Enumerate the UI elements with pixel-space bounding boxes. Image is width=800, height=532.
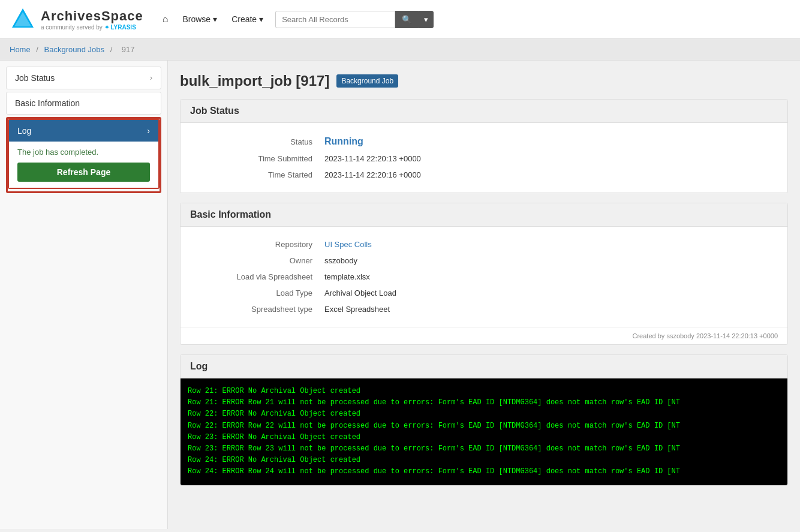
sidebar-basic-info-header[interactable]: Basic Information xyxy=(7,92,161,114)
sidebar-job-status-chevron: › xyxy=(150,74,152,82)
main-content: bulk_import_job [917] Background Job Job… xyxy=(168,61,800,529)
sidebar-basic-info-label: Basic Information xyxy=(15,98,80,108)
sidebar-job-status[interactable]: Job Status › xyxy=(6,67,161,89)
sidebar-basic-info[interactable]: Basic Information xyxy=(6,92,161,115)
logo-subtitle: a community served by ✦ LYRASIS xyxy=(41,24,143,31)
status-row: Status Running xyxy=(193,133,775,151)
header: ArchivesSpace a community served by ✦ LY… xyxy=(0,0,800,39)
search-button[interactable]: 🔍 xyxy=(395,11,419,28)
create-caret-icon: ▾ xyxy=(259,14,263,24)
load-via-label: Load via Spreadsheet xyxy=(193,272,324,281)
load-type-value: Archival Object Load xyxy=(324,288,396,297)
search-icon: 🔍 xyxy=(402,15,412,24)
logo-title: ArchivesSpace xyxy=(41,8,143,24)
create-label: Create xyxy=(231,14,257,24)
status-label: Status xyxy=(193,137,324,146)
spreadsheet-type-value: Excel Spreadsheet xyxy=(324,305,390,314)
search-dropdown-button[interactable]: ▾ xyxy=(419,11,434,28)
load-via-row: Load via Spreadsheet template.xlsx xyxy=(193,269,775,285)
log-section: Log Row 21: ERROR No Archival Object cre… xyxy=(180,354,788,486)
page-title: bulk_import_job [917] xyxy=(180,73,329,89)
refresh-page-button[interactable]: Refresh Page xyxy=(17,163,150,182)
browse-caret-icon: ▾ xyxy=(213,14,217,24)
sidebar-log-wrapper: Log › The job has completed. Refresh Pag… xyxy=(6,117,161,193)
browse-button[interactable]: Browse ▾ xyxy=(175,10,224,29)
basic-info-header: Basic Information xyxy=(181,203,787,227)
search-dropdown-icon: ▾ xyxy=(424,15,428,24)
time-submitted-value: 2023-11-14 22:20:13 +0000 xyxy=(324,154,421,163)
basic-info-body: Repository UI Spec Colls Owner sszobody … xyxy=(181,227,787,327)
sidebar-job-status-header[interactable]: Job Status › xyxy=(7,67,161,89)
spreadsheet-type-row: Spreadsheet type Excel Spreadsheet xyxy=(193,301,775,317)
repository-row: Repository UI Spec Colls xyxy=(193,236,775,253)
log-line: Row 22: ERROR Row 22 will not be process… xyxy=(188,420,780,432)
logo-text: ArchivesSpace a community served by ✦ LY… xyxy=(41,8,143,31)
load-type-label: Load Type xyxy=(193,288,324,297)
sidebar: Job Status › Basic Information Log › The… xyxy=(0,61,168,529)
log-line: Row 22: ERROR No Archival Object created xyxy=(188,408,780,420)
breadcrumb: Home / Background Jobs / 917 xyxy=(0,39,800,61)
background-job-badge: Background Job xyxy=(336,74,398,88)
create-button[interactable]: Create ▾ xyxy=(224,10,270,29)
search-input[interactable] xyxy=(275,11,395,28)
time-started-value: 2023-11-14 22:20:16 +0000 xyxy=(324,170,421,179)
log-line: Row 23: ERROR No Archival Object created xyxy=(188,432,780,443)
job-status-section: Job Status Status Running Time Submitted… xyxy=(180,99,788,193)
breadcrumb-job-id: 917 xyxy=(122,45,135,54)
owner-value: sszobody xyxy=(324,256,357,265)
log-line: Row 21: ERROR Row 21 will not be process… xyxy=(188,397,780,408)
browse-label: Browse xyxy=(182,14,210,24)
log-terminal: Row 21: ERROR No Archival Object created… xyxy=(181,378,787,485)
breadcrumb-sep2: / xyxy=(110,45,115,54)
time-submitted-label: Time Submitted xyxy=(193,154,324,163)
load-via-value: template.xlsx xyxy=(324,272,370,281)
section-footer: Created by sszobody 2023-11-14 22:20:13 … xyxy=(181,327,787,344)
time-submitted-row: Time Submitted 2023-11-14 22:20:13 +0000 xyxy=(193,151,775,167)
sidebar-job-status-label: Job Status xyxy=(15,73,55,83)
spreadsheet-type-label: Spreadsheet type xyxy=(193,305,324,314)
time-started-row: Time Started 2023-11-14 22:20:16 +0000 xyxy=(193,167,775,183)
time-started-label: Time Started xyxy=(193,170,324,179)
status-value: Running xyxy=(324,136,363,147)
owner-row: Owner sszobody xyxy=(193,253,775,269)
home-button[interactable]: ⌂ xyxy=(155,9,176,29)
log-line: Row 21: ERROR No Archival Object created xyxy=(188,386,780,397)
log-completed-message: The job has completed. xyxy=(17,148,150,157)
repository-label: Repository xyxy=(193,240,324,249)
breadcrumb-home[interactable]: Home xyxy=(10,45,31,54)
page-title-row: bulk_import_job [917] Background Job xyxy=(180,73,788,89)
repository-value[interactable]: UI Spec Colls xyxy=(324,240,372,249)
sidebar-log-header[interactable]: Log › xyxy=(9,120,158,142)
home-icon: ⌂ xyxy=(163,14,169,25)
log-line: Row 24: ERROR Row 24 will not be process… xyxy=(188,466,780,477)
basic-info-section: Basic Information Repository UI Spec Col… xyxy=(180,203,788,345)
log-section-header: Log xyxy=(181,355,787,378)
log-line: Row 23: ERROR Row 23 will not be process… xyxy=(188,443,780,455)
job-status-body: Status Running Time Submitted 2023-11-14… xyxy=(181,123,787,193)
sidebar-log-content: The job has completed. Refresh Page xyxy=(9,142,158,188)
search-area: 🔍 ▾ xyxy=(275,11,434,28)
sidebar-log-section: Log › The job has completed. Refresh Pag… xyxy=(8,119,160,189)
log-line: Row 24: ERROR No Archival Object created xyxy=(188,455,780,466)
owner-label: Owner xyxy=(193,256,324,265)
logo-icon xyxy=(10,6,36,32)
logo: ArchivesSpace a community served by ✦ LY… xyxy=(10,6,143,32)
nav-bar: ⌂ Browse ▾ Create ▾ 🔍 ▾ xyxy=(155,9,790,29)
sidebar-log-label: Log xyxy=(17,126,31,136)
main-layout: Job Status › Basic Information Log › The… xyxy=(0,61,800,529)
load-type-row: Load Type Archival Object Load xyxy=(193,285,775,301)
job-status-header: Job Status xyxy=(181,100,787,123)
sidebar-log-chevron: › xyxy=(147,126,150,136)
breadcrumb-background-jobs[interactable]: Background Jobs xyxy=(44,45,104,54)
breadcrumb-sep1: / xyxy=(36,45,40,54)
